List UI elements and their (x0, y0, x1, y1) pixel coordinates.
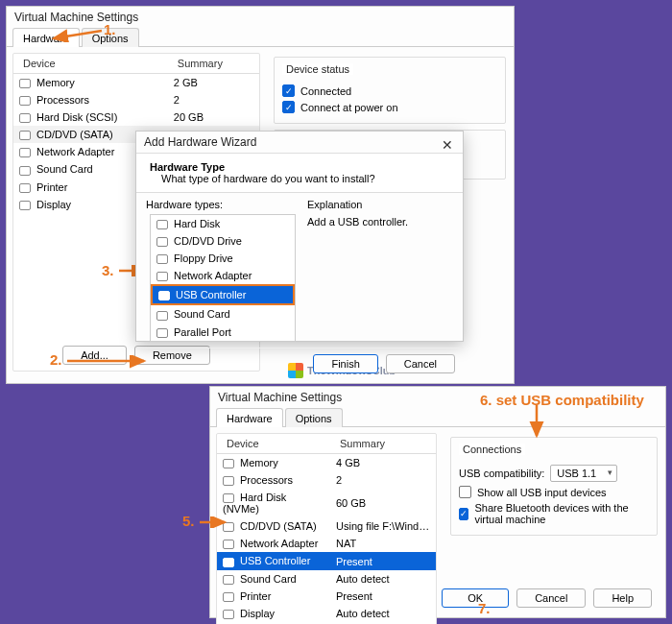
table-row: CD/DVD (SATA)Using file F:\Windows 10 IS… (217, 517, 436, 535)
table-row: Memory4 GB (217, 454, 436, 472)
device-status-group: Device status ✓Connected ✓Connect at pow… (274, 57, 506, 124)
hardware-types-list[interactable]: Hard Disk CD/DVD Drive Floppy Drive Netw… (150, 214, 296, 342)
tab-options[interactable]: Options (285, 408, 343, 427)
table-row: Memory2 GB (13, 74, 259, 92)
cd-icon (223, 522, 234, 532)
table-row: Processors2 (217, 471, 436, 489)
list-item-usb-controller[interactable]: USB Controller (151, 284, 295, 305)
network-icon (223, 540, 234, 549)
finish-button[interactable]: Finish (313, 354, 377, 373)
explanation-text: Add a USB controller. (307, 210, 453, 228)
network-icon (19, 148, 31, 157)
explanation-label: Explanation (307, 199, 453, 210)
cd-icon (19, 131, 31, 140)
table-row: Hard Disk (SCSI)20 GB (13, 108, 259, 126)
help-button[interactable]: Help (593, 588, 652, 608)
cpu-icon (19, 96, 31, 106)
sound-icon (19, 166, 31, 176)
chk-connected[interactable]: ✓Connected (282, 84, 497, 97)
sound-icon (156, 311, 168, 321)
display-icon (19, 201, 31, 210)
table-row: DisplayAuto detect (217, 605, 436, 622)
table-row: PrinterPresent (217, 588, 436, 605)
checkbox-icon: ✓ (282, 84, 295, 97)
wizard-buttons: Finish Cancel (136, 348, 463, 379)
annotation-5: 5. (182, 513, 195, 529)
printer-icon (19, 183, 31, 193)
tabs: Hardware Options (7, 28, 514, 47)
tab-hardware[interactable]: Hardware (12, 28, 80, 47)
table-row: Sound CardAuto detect (217, 570, 436, 588)
dialog-title: Virtual Machine Settings (7, 7, 514, 28)
add-hardware-wizard: Add Hardware Wizard ✕ Hardware Type What… (135, 131, 464, 342)
floppy-icon (156, 254, 168, 264)
list-item: Network Adapter (151, 267, 295, 284)
dialog-buttons: OK Cancel Help (434, 583, 660, 613)
parallel-icon (156, 328, 168, 338)
ok-button[interactable]: OK (442, 588, 509, 608)
network-icon (156, 272, 168, 281)
cd-icon (156, 237, 168, 247)
checkbox-icon: ✓ (459, 508, 468, 520)
usb-icon (223, 558, 234, 567)
add-button[interactable]: Add... (62, 346, 127, 365)
cpu-icon (223, 476, 234, 486)
vm-settings-dialog-bottom: Virtual Machine Settings Hardware Option… (209, 386, 666, 618)
table-row-usb-controller: USB ControllerPresent (217, 552, 436, 569)
memory-icon (223, 459, 234, 468)
usb-compat-select[interactable]: USB 1.1 (550, 465, 617, 482)
memory-icon (19, 79, 31, 88)
wizard-subheading: What type of hardware do you want to ins… (150, 173, 449, 184)
disk-icon (223, 493, 234, 503)
chk-share-bluetooth[interactable]: ✓Share Bluetooth devices with the virtua… (459, 502, 649, 525)
chk-show-all-usb[interactable]: Show all USB input devices (459, 486, 649, 498)
cancel-button[interactable]: Cancel (386, 354, 455, 373)
dialog-title: Virtual Machine Settings (210, 387, 665, 408)
list-item: Parallel Port (151, 324, 295, 341)
col-summary: Summary (168, 54, 259, 74)
table-row: Processors2 (13, 91, 259, 108)
col-device: Device (217, 434, 330, 454)
tab-options[interactable]: Options (82, 28, 139, 47)
cancel-button[interactable]: Cancel (516, 588, 586, 608)
usb-compat-label: USB compatibility: (459, 468, 544, 479)
disk-icon (19, 113, 31, 123)
wizard-title: Add Hardware Wizard (136, 132, 463, 153)
hardware-types-label: Hardware types: (146, 199, 300, 210)
list-item: CD/DVD Drive (151, 232, 295, 250)
printer-icon (223, 592, 234, 602)
close-icon[interactable]: ✕ (442, 137, 453, 153)
tabs: Hardware Options (210, 408, 665, 427)
checkbox-icon: ✓ (282, 101, 295, 113)
checkbox-icon (459, 486, 471, 498)
list-item: Floppy Drive (151, 250, 295, 267)
display-icon (223, 610, 234, 619)
device-list-pane: Device Summary Memory4 GB Processors2 Ha… (216, 433, 437, 624)
list-item: Hard Disk (151, 215, 295, 232)
connections-group: Connections USB compatibility: USB 1.1 S… (450, 437, 658, 536)
sound-icon (223, 575, 234, 585)
col-device: Device (13, 54, 168, 74)
tab-hardware[interactable]: Hardware (216, 408, 283, 427)
col-summary: Summary (330, 434, 436, 454)
table-row: Network AdapterNAT (217, 535, 436, 552)
device-table[interactable]: Device Summary Memory4 GB Processors2 Ha… (217, 434, 436, 622)
table-row: Hard Disk (NVMe)60 GB (217, 489, 436, 517)
wizard-heading: Hardware Type (150, 161, 449, 173)
disk-icon (156, 220, 168, 229)
usb-icon (158, 291, 170, 300)
list-item: Sound Card (151, 305, 295, 323)
chk-poweron[interactable]: ✓Connect at power on (282, 101, 497, 113)
